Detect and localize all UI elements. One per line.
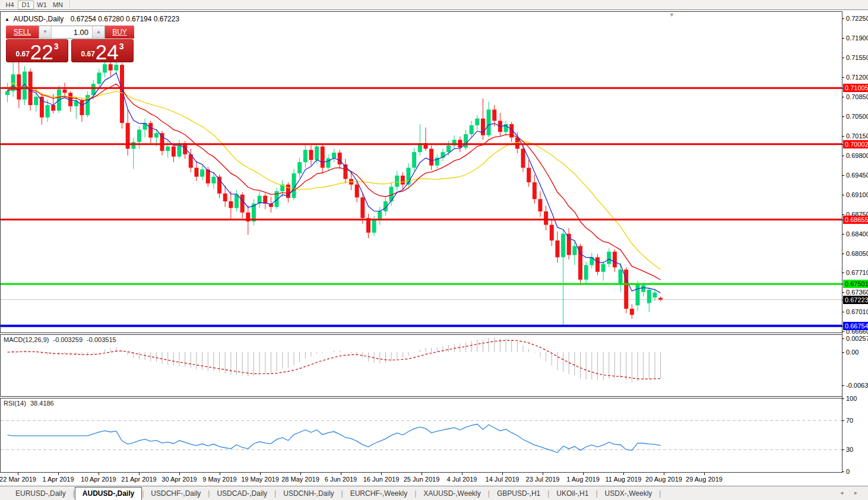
chart-ohlc-values: 0.67254 0.67280 0.67194 0.67223 bbox=[71, 15, 180, 23]
axis-tick bbox=[842, 77, 844, 78]
time-axis-tick bbox=[260, 473, 261, 475]
price-tick-label: 0.002574 bbox=[846, 335, 868, 342]
time-axis-tick bbox=[502, 473, 503, 475]
price-tick-label: 0.67360 bbox=[846, 289, 868, 296]
timeframe-button-d1[interactable]: D1 bbox=[18, 1, 34, 10]
tab-scroll-arrows: ◂ ▸ bbox=[840, 489, 862, 496]
volume-stepper: ▼ ▲ bbox=[39, 26, 105, 39]
buy-price-big-digits: 24 bbox=[96, 42, 119, 62]
price-tick-label: 0.67010 bbox=[846, 308, 868, 315]
axis-tick bbox=[842, 38, 844, 39]
tab-scroll-right-icon[interactable]: ▸ bbox=[854, 489, 862, 496]
time-axis-tick bbox=[462, 473, 462, 475]
price-level-badge: 0.66754 bbox=[843, 322, 868, 330]
time-axis-label: 22 Mar 2019 bbox=[0, 476, 36, 483]
time-axis-label: 6 Jun 2019 bbox=[325, 476, 357, 483]
sell-price-pip: 3 bbox=[54, 42, 59, 51]
sell-price-big-digits: 22 bbox=[30, 42, 53, 62]
chart-tab-ukoil[interactable]: UKOil-,H1 bbox=[549, 488, 595, 500]
time-axis[interactable]: 22 Mar 20191 Apr 201910 Apr 201921 Apr 2… bbox=[0, 473, 842, 485]
time-axis-label: 19 May 2019 bbox=[241, 476, 279, 483]
toolbar-separator bbox=[69, 1, 71, 9]
axis-tick bbox=[842, 254, 844, 254]
axis-tick bbox=[842, 156, 844, 156]
axis-tick bbox=[842, 385, 844, 386]
macd-indicator-svg[interactable] bbox=[1, 335, 842, 396]
axis-tick bbox=[842, 175, 844, 176]
chart-tab-usdcnh[interactable]: USDCNH-,Daily bbox=[276, 488, 341, 500]
timeframe-button-mn[interactable]: MN bbox=[50, 1, 66, 10]
sell-button[interactable]: SELL bbox=[6, 26, 39, 39]
macd-label: MACD(12,26,9) -0.003259 -0.003515 bbox=[4, 336, 116, 343]
timeframe-button-h4[interactable]: H4 bbox=[2, 1, 18, 10]
axis-tick bbox=[842, 352, 844, 353]
axis-tick bbox=[842, 97, 844, 97]
chart-tab-eurchf[interactable]: EURCHF-,Weekly bbox=[343, 488, 414, 500]
time-axis-label: 4 Jul 2019 bbox=[447, 476, 477, 483]
axis-tick bbox=[842, 58, 844, 58]
chart-shift-marker-icon[interactable]: ▼ bbox=[669, 12, 674, 18]
price-tick-label: 30 bbox=[846, 446, 853, 453]
axis-tick bbox=[842, 450, 844, 450]
time-axis-tick bbox=[99, 473, 99, 475]
time-axis-label: 25 Jun 2019 bbox=[404, 476, 440, 483]
time-axis-label: 10 Apr 2019 bbox=[81, 476, 116, 483]
time-axis-tick bbox=[664, 473, 664, 475]
chart-tab-usdcad[interactable]: USDCAD-,Daily bbox=[210, 488, 274, 500]
time-axis-label: 20 Aug 2019 bbox=[645, 476, 682, 483]
time-axis-tick bbox=[300, 473, 301, 475]
price-tick-label: 0.69450 bbox=[846, 172, 868, 179]
time-axis-tick bbox=[18, 473, 18, 475]
price-tick-label: 0.70500 bbox=[846, 113, 868, 120]
timeframe-button-w1[interactable]: W1 bbox=[34, 1, 50, 10]
time-axis-label: 11 Aug 2019 bbox=[606, 476, 642, 483]
price-tick-label: 0.68400 bbox=[846, 230, 868, 238]
chart-tab-eurusd[interactable]: EURUSD-,Daily bbox=[8, 488, 73, 500]
sell-price-panel[interactable]: 0.67 22 3 bbox=[6, 39, 68, 62]
price-level-badge: 0.70002 bbox=[843, 140, 868, 148]
time-axis-label: 21 Apr 2019 bbox=[121, 476, 156, 483]
volume-input[interactable] bbox=[51, 26, 93, 38]
chart-tab-gbpusd[interactable]: GBPUSD-,H1 bbox=[490, 488, 547, 500]
price-level-badge: 0.71005 bbox=[843, 84, 868, 92]
chart-tab-bar: EURUSD-,Daily|AUDUSD-,Daily|USDCHF-,Dail… bbox=[0, 486, 868, 500]
time-axis-label: 29 Aug 2019 bbox=[686, 476, 723, 483]
volume-decrease-icon[interactable]: ▼ bbox=[39, 26, 51, 38]
price-tick-label: 0.71200 bbox=[846, 74, 868, 81]
axis-tick bbox=[842, 420, 844, 421]
chart-tab-xauusd[interactable]: XAUUSD-,Weekly bbox=[416, 488, 487, 500]
axis-tick bbox=[842, 116, 844, 117]
rsi-indicator-svg[interactable] bbox=[1, 398, 842, 472]
time-axis-label: 23 Jul 2019 bbox=[526, 476, 560, 483]
time-axis-tick bbox=[341, 473, 341, 475]
buy-button[interactable]: BUY bbox=[105, 26, 134, 39]
price-tick-label: 0.69100 bbox=[846, 191, 868, 198]
time-axis-tick bbox=[179, 473, 180, 475]
axis-tick bbox=[842, 273, 844, 273]
time-axis-label: 1 Aug 2019 bbox=[566, 476, 600, 483]
time-axis-tick bbox=[704, 473, 705, 475]
buy-price-panel[interactable]: 0.67 24 3 bbox=[71, 39, 134, 62]
time-axis-tick bbox=[381, 473, 382, 475]
price-tick-label: 0.70150 bbox=[846, 132, 868, 140]
time-axis-label: 16 Jun 2019 bbox=[363, 476, 400, 483]
axis-tick bbox=[842, 471, 844, 472]
price-tick-label: 0.71900 bbox=[846, 34, 868, 42]
time-axis-tick bbox=[220, 473, 220, 475]
chart-tab-usdchf[interactable]: USDCHF-,Daily bbox=[144, 488, 208, 500]
timeframe-toolbar: H4D1W1MN bbox=[0, 0, 868, 10]
axis-tick bbox=[842, 234, 844, 235]
axis-tick bbox=[842, 18, 844, 19]
price-tick-label: 0.72250 bbox=[846, 15, 868, 22]
axis-tick bbox=[842, 195, 844, 195]
collapse-panel-icon[interactable]: ▲ bbox=[5, 17, 9, 22]
chart-tab-audusd[interactable]: AUDUSD-,Daily bbox=[75, 487, 142, 500]
volume-increase-icon[interactable]: ▲ bbox=[93, 26, 104, 38]
axis-tick bbox=[842, 331, 844, 332]
tab-separator: | bbox=[659, 489, 661, 500]
buy-price-prefix: 0.67 bbox=[81, 50, 94, 58]
chart-tab-usdx[interactable]: USDX-,Weekly bbox=[598, 488, 660, 500]
price-level-badge: 0.68655 bbox=[843, 216, 868, 224]
tab-scroll-left-icon[interactable]: ◂ bbox=[840, 489, 848, 496]
price-level-badge: 0.67223 bbox=[843, 296, 868, 304]
